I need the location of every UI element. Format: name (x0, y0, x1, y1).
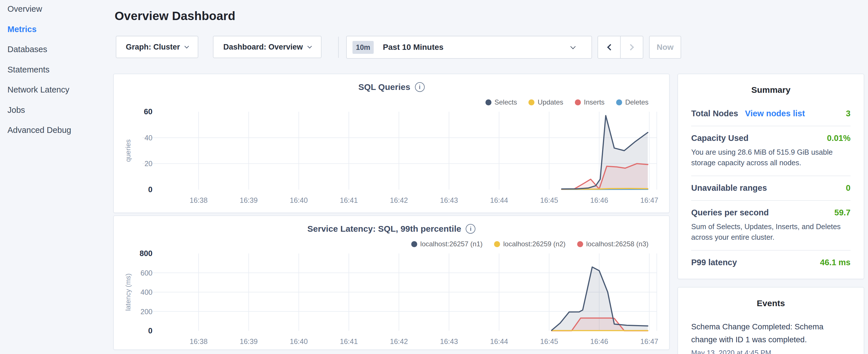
svg-text:16:40: 16:40 (290, 337, 308, 345)
summary-description: Sum of Selects, Updates, Inserts, and De… (691, 221, 850, 243)
summary-panel: Summary Total Nodes View nodes list 3 Ca… (677, 74, 864, 279)
chevron-right-icon (627, 44, 634, 51)
summary-label: Capacity Used (691, 133, 748, 143)
summary-row-p99-latency: P99 latency 46.1 ms (691, 250, 850, 275)
svg-text:200: 200 (141, 308, 152, 316)
sql-queries-chart-card: SQL Queries i Selects Updates Inserts De… (113, 74, 670, 213)
summary-rows: Total Nodes View nodes list 3 Capacity U… (691, 102, 850, 275)
summary-value: 0 (846, 183, 850, 193)
service-latency-chart-card: Service Latency: SQL, 99th percentile i … (113, 215, 670, 350)
summary-description: You are using 28.6 MiB of 515.9 GiB usab… (691, 147, 850, 168)
summary-label: Total Nodes (691, 109, 738, 118)
svg-text:600: 600 (141, 269, 152, 277)
summary-row-unavailable-ranges: Unavailable ranges 0 (691, 175, 850, 200)
sidebar-item-advanced-debug[interactable]: Advanced Debug (7, 124, 105, 136)
svg-text:latency (ms): latency (ms) (124, 273, 132, 311)
svg-text:16:43: 16:43 (440, 196, 458, 204)
sidebar-item-jobs[interactable]: Jobs (7, 104, 105, 116)
sidebar-item-overview[interactable]: Overview (7, 3, 105, 15)
event-message[interactable]: Schema Change Completed: Schema change w… (691, 320, 850, 346)
svg-text:16:41: 16:41 (340, 196, 358, 204)
svg-text:16:43: 16:43 (440, 337, 458, 345)
graph-scope-label: Graph: Cluster (126, 43, 180, 52)
sql-queries-plot[interactable]: 16:3816:3916:4016:4116:4216:4316:4416:45… (114, 74, 669, 213)
summary-value: 0.01% (827, 133, 850, 143)
svg-text:16:42: 16:42 (390, 337, 408, 345)
svg-text:16:38: 16:38 (190, 196, 208, 204)
summary-value: 59.7 (834, 208, 850, 217)
sidebar-item-metrics[interactable]: Metrics (7, 23, 105, 35)
time-range-label: Past 10 Minutes (383, 43, 443, 52)
sidebar-item-network-latency[interactable]: Network Latency (7, 84, 105, 96)
dashboard-dropdown[interactable]: Dashboard: Overview (213, 36, 321, 58)
summary-row-queries-per-second: Queries per second 59.7 Sum of Selects, … (691, 200, 850, 250)
now-button[interactable]: Now (649, 36, 681, 59)
svg-text:60: 60 (144, 107, 152, 116)
svg-text:40: 40 (145, 134, 152, 142)
time-next-button[interactable] (620, 36, 643, 58)
chevron-down-icon (185, 44, 189, 49)
svg-text:16:46: 16:46 (590, 196, 608, 204)
svg-text:800: 800 (140, 249, 152, 258)
svg-text:16:45: 16:45 (540, 196, 558, 204)
time-prev-button[interactable] (598, 36, 620, 58)
graph-scope-dropdown[interactable]: Graph: Cluster (116, 36, 198, 58)
svg-text:16:38: 16:38 (190, 337, 208, 345)
time-range-select[interactable]: 10m Past 10 Minutes (346, 36, 592, 59)
svg-text:16:39: 16:39 (240, 196, 258, 204)
svg-text:queries: queries (124, 139, 132, 162)
svg-text:16:45: 16:45 (540, 337, 558, 345)
view-nodes-list-link[interactable]: View nodes list (745, 109, 805, 118)
svg-text:16:47: 16:47 (641, 196, 658, 204)
summary-label: P99 latency (691, 258, 737, 267)
summary-value: 3 (846, 109, 850, 118)
svg-text:16:39: 16:39 (240, 337, 258, 345)
svg-text:400: 400 (141, 288, 152, 296)
events-title: Events (691, 298, 850, 308)
chevron-left-icon (607, 44, 614, 51)
event-timestamp: May 13, 2020 at 4:45 PM (691, 349, 850, 354)
summary-label: Queries per second (691, 208, 769, 217)
sidebar-item-databases[interactable]: Databases (7, 43, 105, 55)
svg-text:16:42: 16:42 (390, 196, 408, 204)
sidebar-item-statements[interactable]: Statements (7, 64, 105, 75)
summary-row-capacity-used: Capacity Used 0.01% You are using 28.6 M… (691, 126, 850, 175)
time-pager (597, 36, 643, 59)
svg-text:0: 0 (148, 185, 152, 194)
svg-text:16:44: 16:44 (490, 337, 508, 345)
svg-text:16:40: 16:40 (290, 196, 308, 204)
dashboard-label: Dashboard: Overview (223, 43, 303, 52)
sidebar: Overview Metrics Databases Statements Ne… (7, 3, 105, 136)
controls-divider (338, 37, 339, 58)
chevron-down-icon (308, 44, 312, 49)
svg-text:16:41: 16:41 (340, 337, 358, 345)
service-latency-plot[interactable]: 16:3816:3916:4016:4116:4216:4316:4416:45… (114, 216, 669, 349)
summary-title: Summary (691, 85, 850, 95)
svg-text:16:47: 16:47 (641, 337, 658, 345)
events-panel: Events Schema Change Completed: Schema c… (677, 287, 864, 354)
svg-text:16:46: 16:46 (590, 337, 608, 345)
svg-text:0: 0 (148, 326, 152, 335)
time-range-badge: 10m (352, 41, 374, 54)
svg-text:20: 20 (145, 160, 152, 167)
page-title: Overview Dashboard (115, 9, 235, 24)
summary-value: 46.1 ms (820, 258, 850, 267)
admin-console-screen: Overview Metrics Databases Statements Ne… (0, 0, 868, 354)
summary-label: Unavailable ranges (691, 183, 767, 193)
chevron-down-icon (570, 44, 576, 49)
svg-text:16:44: 16:44 (490, 196, 508, 204)
summary-row-total-nodes: Total Nodes View nodes list 3 (691, 102, 850, 126)
